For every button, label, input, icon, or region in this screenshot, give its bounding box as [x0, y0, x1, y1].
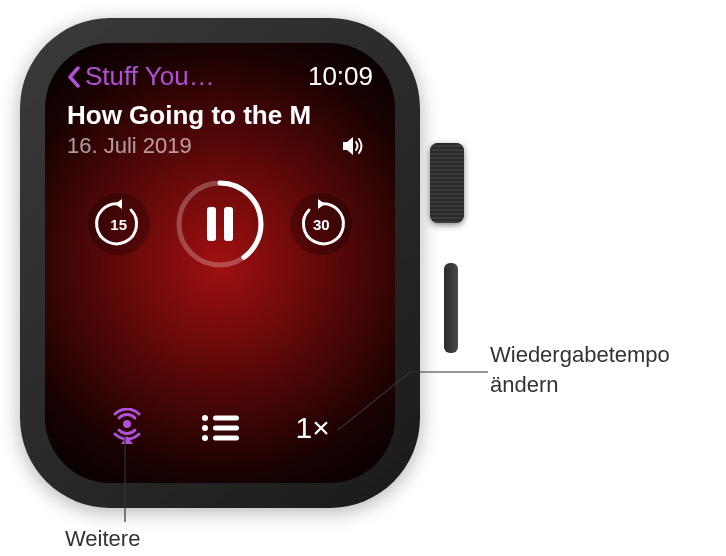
skip-back-seconds: 15: [110, 216, 127, 233]
callout-speed: Wiedergabetempoändern: [490, 340, 670, 399]
episode-date: 16. Juli 2019: [67, 133, 373, 159]
back-label: Stuff You…: [85, 61, 215, 92]
callout-line-speed: [330, 370, 490, 450]
list-icon: [201, 414, 239, 442]
bottom-controls: 1×: [67, 403, 373, 453]
skip-back-button[interactable]: 15: [88, 193, 150, 255]
svg-point-5: [202, 425, 208, 431]
callout-episodes: WeitereFolgen anzeigen: [65, 524, 228, 556]
svg-rect-6: [213, 426, 239, 431]
header-bar: Stuff You… 10:09: [67, 61, 373, 92]
skip-forward-seconds: 30: [313, 216, 330, 233]
side-button[interactable]: [444, 263, 458, 353]
speed-label: 1×: [296, 411, 330, 445]
svg-point-3: [202, 415, 208, 421]
volume-icon[interactable]: [341, 135, 367, 161]
play-pause-button[interactable]: [175, 179, 265, 269]
svg-rect-4: [213, 416, 239, 421]
playback-controls: 15 30: [67, 179, 373, 269]
callout-line-episodes: [115, 430, 155, 525]
skip-forward-button[interactable]: 30: [290, 193, 352, 255]
svg-point-2: [123, 420, 131, 428]
time-display: 10:09: [308, 61, 373, 92]
episode-title: How Going to the M: [67, 100, 373, 131]
back-button[interactable]: Stuff You…: [67, 61, 215, 92]
list-button[interactable]: [190, 403, 250, 453]
svg-rect-8: [213, 436, 239, 441]
digital-crown[interactable]: [430, 143, 464, 223]
svg-point-7: [202, 435, 208, 441]
progress-ring: [175, 179, 265, 269]
chevron-left-icon: [67, 66, 81, 88]
